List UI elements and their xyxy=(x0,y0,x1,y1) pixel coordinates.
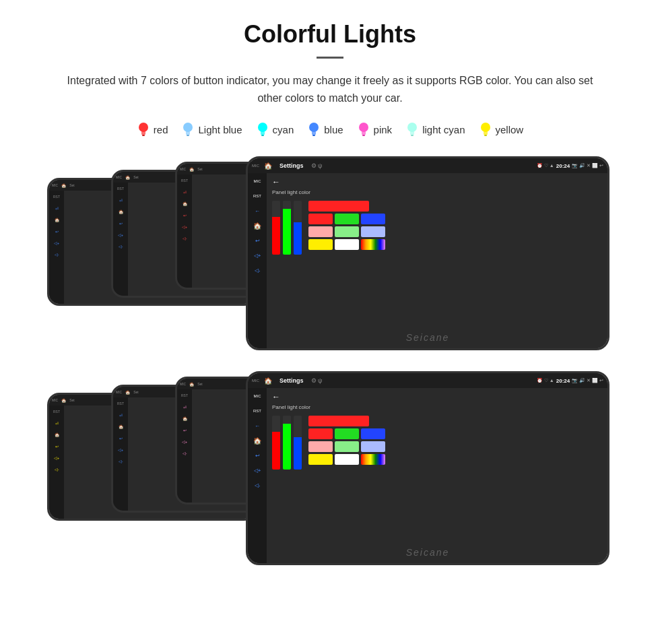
svg-point-18 xyxy=(481,123,490,132)
red-slider[interactable] xyxy=(272,201,280,255)
bulb-icon-yellow xyxy=(479,121,492,137)
color-item-lightblue: Light blue xyxy=(181,121,242,137)
top-screens-row: MIC 🏠 Set RST ⏎ 🏠 ↩ ◁+ ◁- xyxy=(27,156,633,355)
svg-rect-7 xyxy=(261,131,265,135)
color-label-cyan: cyan xyxy=(273,124,294,135)
color-label-lightblue: Light blue xyxy=(198,124,242,135)
swatch-light-blue[interactable] xyxy=(361,226,385,237)
screen-device-4-main: MIC 🏠 Settings ⚙ ψ ⏰ ♡ ▲ 20:24 📷 🔊 ✕ ⬜ ↩ xyxy=(246,156,609,350)
bottom-screens-row: MIC 🏠 Set RST ⏎ 🏠 ↩ ◁+ ◁- xyxy=(27,371,633,570)
bot-swatch-yellow[interactable] xyxy=(308,454,333,465)
bot-blue-slider[interactable] xyxy=(294,416,302,470)
color-item-blue: blue xyxy=(307,121,343,137)
color-sliders xyxy=(272,201,302,255)
panel-color-section xyxy=(272,201,602,255)
bot-green-slider[interactable] xyxy=(283,416,291,470)
bot-red-slider[interactable] xyxy=(272,416,280,470)
bot-device-topbar: MIC 🏠 Settings ⚙ ψ ⏰ ♡ ▲ 20:24 📷 🔊 ✕ ⬜ ↩ xyxy=(248,373,607,388)
bot-swatch-green[interactable] xyxy=(335,428,359,439)
bulb-icon-lightcyan xyxy=(405,121,419,137)
green-slider[interactable] xyxy=(283,201,291,255)
svg-point-9 xyxy=(309,123,319,132)
bot-device-main-content: ← Panel light color xyxy=(267,388,607,563)
svg-rect-17 xyxy=(411,135,414,136)
svg-rect-19 xyxy=(484,131,488,135)
color-label-red: red xyxy=(154,124,168,135)
bot-swatch-red-wide[interactable] xyxy=(308,416,369,426)
bot-swatch-blue[interactable] xyxy=(361,428,385,439)
bulb-icon-blue xyxy=(307,121,321,137)
bot-color-sliders xyxy=(272,416,302,470)
swatch-green[interactable] xyxy=(335,214,359,224)
color-label-yellow: yellow xyxy=(496,124,524,135)
blue-slider[interactable] xyxy=(294,201,302,255)
color-label-blue: blue xyxy=(324,124,343,135)
svg-rect-2 xyxy=(142,135,145,136)
page-title: Colorful Lights xyxy=(27,20,633,49)
device-sidebar: MIC RST ← 🏠 ↩ ◁+ ◁- xyxy=(248,173,267,348)
color-item-lightcyan: light cyan xyxy=(405,121,465,137)
color-item-pink: pink xyxy=(357,121,393,137)
color-item-cyan: cyan xyxy=(256,121,294,137)
svg-point-3 xyxy=(183,123,193,132)
page-description: Integrated with 7 colors of button indic… xyxy=(54,72,606,106)
svg-point-6 xyxy=(258,123,267,132)
color-label-pink: pink xyxy=(374,124,393,135)
bot-swatch-light-green[interactable] xyxy=(335,441,359,452)
bot-back-arrow[interactable]: ← xyxy=(272,392,602,401)
bulb-icon-pink xyxy=(357,121,370,137)
bot-screen-device-4-main: MIC 🏠 Settings ⚙ ψ ⏰ ♡ ▲ 20:24 📷 🔊 ✕ ⬜ ↩ xyxy=(246,371,609,565)
svg-rect-11 xyxy=(312,135,315,136)
color-indicators-row: red Light blue cyan blue xyxy=(27,121,633,137)
bot-panel-color-section xyxy=(272,416,602,470)
title-divider xyxy=(317,57,343,59)
svg-rect-20 xyxy=(484,135,487,136)
page-container: Colorful Lights Integrated with 7 colors… xyxy=(0,0,660,613)
color-swatches xyxy=(308,201,385,255)
svg-rect-14 xyxy=(362,135,365,136)
swatch-light-green[interactable] xyxy=(335,226,359,237)
swatch-pink[interactable] xyxy=(308,226,333,237)
svg-rect-10 xyxy=(312,131,316,135)
swatch-rainbow[interactable] xyxy=(361,239,385,250)
bot-swatch-pink[interactable] xyxy=(308,441,333,452)
swatch-red[interactable] xyxy=(308,214,333,224)
bot-color-swatches xyxy=(308,416,385,470)
svg-rect-8 xyxy=(261,135,264,136)
swatch-red-wide[interactable] xyxy=(308,201,369,212)
bulb-icon-lightblue xyxy=(181,121,195,137)
swatch-blue[interactable] xyxy=(361,214,385,224)
bulb-icon-cyan xyxy=(256,121,269,137)
svg-rect-16 xyxy=(410,131,414,135)
svg-rect-1 xyxy=(141,131,145,135)
device-topbar: MIC 🏠 Settings ⚙ ψ ⏰ ♡ ▲ 20:24 📷 🔊 ✕ ⬜ ↩ xyxy=(248,158,607,173)
svg-point-0 xyxy=(139,123,148,132)
color-item-red: red xyxy=(137,121,168,137)
bot-swatch-white[interactable] xyxy=(335,454,359,465)
svg-rect-5 xyxy=(187,135,189,136)
bot-swatch-light-blue[interactable] xyxy=(361,441,385,452)
bot-swatch-rainbow[interactable] xyxy=(361,454,385,465)
svg-rect-13 xyxy=(362,131,366,135)
color-item-yellow: yellow xyxy=(479,121,524,137)
color-label-lightcyan: light cyan xyxy=(422,124,465,135)
bot-swatch-red[interactable] xyxy=(308,428,333,439)
swatch-yellow[interactable] xyxy=(308,239,333,250)
bot-device-sidebar: MIC RST ← 🏠 ↩ ◁+ ◁- xyxy=(248,388,267,563)
bulb-icon-red xyxy=(137,121,150,137)
swatch-white[interactable] xyxy=(335,239,359,250)
bot-panel-color-label: Panel light color xyxy=(272,404,602,410)
svg-rect-4 xyxy=(186,131,190,135)
svg-point-12 xyxy=(359,123,368,132)
svg-point-15 xyxy=(407,123,417,132)
back-arrow[interactable]: ← xyxy=(272,177,602,187)
panel-color-label: Panel light color xyxy=(272,189,602,195)
device-main-content: ← Panel light color xyxy=(267,173,607,348)
